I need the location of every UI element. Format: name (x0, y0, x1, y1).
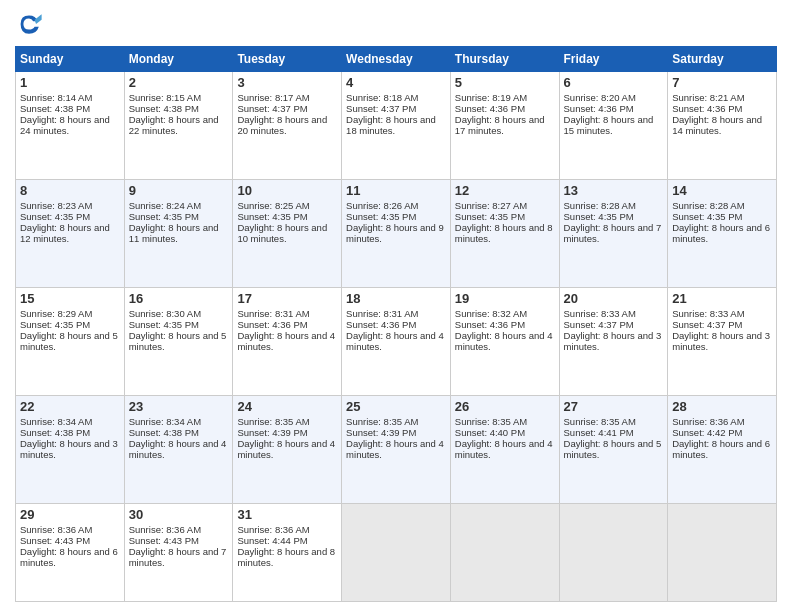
sunset-label: Sunset: 4:35 PM (20, 319, 90, 330)
sunrise-label: Sunrise: 8:19 AM (455, 92, 527, 103)
daylight-label: Daylight: 8 hours and 24 minutes. (20, 114, 110, 136)
day-number: 3 (237, 75, 337, 90)
weekday-header: Sunday (16, 47, 125, 72)
day-number: 27 (564, 399, 664, 414)
day-number: 6 (564, 75, 664, 90)
sunrise-label: Sunrise: 8:17 AM (237, 92, 309, 103)
page: SundayMondayTuesdayWednesdayThursdayFrid… (0, 0, 792, 612)
calendar-cell: 30Sunrise: 8:36 AMSunset: 4:43 PMDayligh… (124, 503, 233, 601)
sunrise-label: Sunrise: 8:14 AM (20, 92, 92, 103)
sunset-label: Sunset: 4:43 PM (20, 535, 90, 546)
sunrise-label: Sunrise: 8:26 AM (346, 200, 418, 211)
day-number: 7 (672, 75, 772, 90)
calendar-cell: 23Sunrise: 8:34 AMSunset: 4:38 PMDayligh… (124, 395, 233, 503)
sunrise-label: Sunrise: 8:23 AM (20, 200, 92, 211)
sunrise-label: Sunrise: 8:35 AM (455, 416, 527, 427)
sunset-label: Sunset: 4:38 PM (129, 427, 199, 438)
sunrise-label: Sunrise: 8:32 AM (455, 308, 527, 319)
daylight-label: Daylight: 8 hours and 9 minutes. (346, 222, 444, 244)
day-number: 8 (20, 183, 120, 198)
calendar-body: 1Sunrise: 8:14 AMSunset: 4:38 PMDaylight… (16, 72, 777, 602)
calendar-cell: 25Sunrise: 8:35 AMSunset: 4:39 PMDayligh… (342, 395, 451, 503)
day-number: 9 (129, 183, 229, 198)
day-number: 29 (20, 507, 120, 522)
sunrise-label: Sunrise: 8:30 AM (129, 308, 201, 319)
calendar-cell: 9Sunrise: 8:24 AMSunset: 4:35 PMDaylight… (124, 179, 233, 287)
logo-icon (15, 10, 43, 38)
day-number: 24 (237, 399, 337, 414)
calendar-cell: 8Sunrise: 8:23 AMSunset: 4:35 PMDaylight… (16, 179, 125, 287)
day-number: 14 (672, 183, 772, 198)
sunset-label: Sunset: 4:43 PM (129, 535, 199, 546)
calendar-cell: 1Sunrise: 8:14 AMSunset: 4:38 PMDaylight… (16, 72, 125, 180)
day-number: 25 (346, 399, 446, 414)
calendar-cell: 24Sunrise: 8:35 AMSunset: 4:39 PMDayligh… (233, 395, 342, 503)
sunset-label: Sunset: 4:40 PM (455, 427, 525, 438)
sunset-label: Sunset: 4:39 PM (346, 427, 416, 438)
daylight-label: Daylight: 8 hours and 7 minutes. (129, 546, 227, 568)
daylight-label: Daylight: 8 hours and 6 minutes. (20, 546, 118, 568)
day-number: 1 (20, 75, 120, 90)
calendar-cell: 26Sunrise: 8:35 AMSunset: 4:40 PMDayligh… (450, 395, 559, 503)
daylight-label: Daylight: 8 hours and 15 minutes. (564, 114, 654, 136)
sunset-label: Sunset: 4:35 PM (455, 211, 525, 222)
calendar-cell: 3Sunrise: 8:17 AMSunset: 4:37 PMDaylight… (233, 72, 342, 180)
day-number: 19 (455, 291, 555, 306)
calendar-cell: 11Sunrise: 8:26 AMSunset: 4:35 PMDayligh… (342, 179, 451, 287)
calendar-cell: 19Sunrise: 8:32 AMSunset: 4:36 PMDayligh… (450, 287, 559, 395)
daylight-label: Daylight: 8 hours and 8 minutes. (237, 546, 335, 568)
sunset-label: Sunset: 4:38 PM (20, 427, 90, 438)
sunrise-label: Sunrise: 8:34 AM (129, 416, 201, 427)
day-number: 11 (346, 183, 446, 198)
calendar-cell: 18Sunrise: 8:31 AMSunset: 4:36 PMDayligh… (342, 287, 451, 395)
sunrise-label: Sunrise: 8:36 AM (129, 524, 201, 535)
sunset-label: Sunset: 4:36 PM (672, 103, 742, 114)
weekday-header: Saturday (668, 47, 777, 72)
sunrise-label: Sunrise: 8:36 AM (672, 416, 744, 427)
day-number: 28 (672, 399, 772, 414)
daylight-label: Daylight: 8 hours and 4 minutes. (346, 330, 444, 352)
day-number: 22 (20, 399, 120, 414)
sunset-label: Sunset: 4:35 PM (237, 211, 307, 222)
sunset-label: Sunset: 4:37 PM (564, 319, 634, 330)
calendar-cell (559, 503, 668, 601)
daylight-label: Daylight: 8 hours and 18 minutes. (346, 114, 436, 136)
day-number: 13 (564, 183, 664, 198)
calendar-cell: 22Sunrise: 8:34 AMSunset: 4:38 PMDayligh… (16, 395, 125, 503)
weekday-header: Thursday (450, 47, 559, 72)
day-number: 30 (129, 507, 229, 522)
sunset-label: Sunset: 4:35 PM (672, 211, 742, 222)
daylight-label: Daylight: 8 hours and 17 minutes. (455, 114, 545, 136)
calendar-cell (342, 503, 451, 601)
daylight-label: Daylight: 8 hours and 5 minutes. (564, 438, 662, 460)
daylight-label: Daylight: 8 hours and 4 minutes. (129, 438, 227, 460)
calendar-cell: 13Sunrise: 8:28 AMSunset: 4:35 PMDayligh… (559, 179, 668, 287)
sunset-label: Sunset: 4:36 PM (455, 319, 525, 330)
weekday-header: Friday (559, 47, 668, 72)
sunrise-label: Sunrise: 8:28 AM (672, 200, 744, 211)
day-number: 12 (455, 183, 555, 198)
sunset-label: Sunset: 4:44 PM (237, 535, 307, 546)
day-number: 31 (237, 507, 337, 522)
sunrise-label: Sunrise: 8:33 AM (564, 308, 636, 319)
sunset-label: Sunset: 4:35 PM (564, 211, 634, 222)
sunset-label: Sunset: 4:36 PM (455, 103, 525, 114)
calendar-cell: 12Sunrise: 8:27 AMSunset: 4:35 PMDayligh… (450, 179, 559, 287)
day-number: 15 (20, 291, 120, 306)
sunset-label: Sunset: 4:42 PM (672, 427, 742, 438)
calendar-cell: 14Sunrise: 8:28 AMSunset: 4:35 PMDayligh… (668, 179, 777, 287)
sunrise-label: Sunrise: 8:36 AM (237, 524, 309, 535)
day-number: 2 (129, 75, 229, 90)
calendar-cell: 7Sunrise: 8:21 AMSunset: 4:36 PMDaylight… (668, 72, 777, 180)
daylight-label: Daylight: 8 hours and 5 minutes. (129, 330, 227, 352)
daylight-label: Daylight: 8 hours and 3 minutes. (20, 438, 118, 460)
daylight-label: Daylight: 8 hours and 11 minutes. (129, 222, 219, 244)
calendar-header-row: SundayMondayTuesdayWednesdayThursdayFrid… (16, 47, 777, 72)
daylight-label: Daylight: 8 hours and 4 minutes. (237, 438, 335, 460)
daylight-label: Daylight: 8 hours and 4 minutes. (237, 330, 335, 352)
header (15, 10, 777, 38)
daylight-label: Daylight: 8 hours and 6 minutes. (672, 222, 770, 244)
weekday-header: Tuesday (233, 47, 342, 72)
daylight-label: Daylight: 8 hours and 3 minutes. (672, 330, 770, 352)
calendar-cell: 6Sunrise: 8:20 AMSunset: 4:36 PMDaylight… (559, 72, 668, 180)
